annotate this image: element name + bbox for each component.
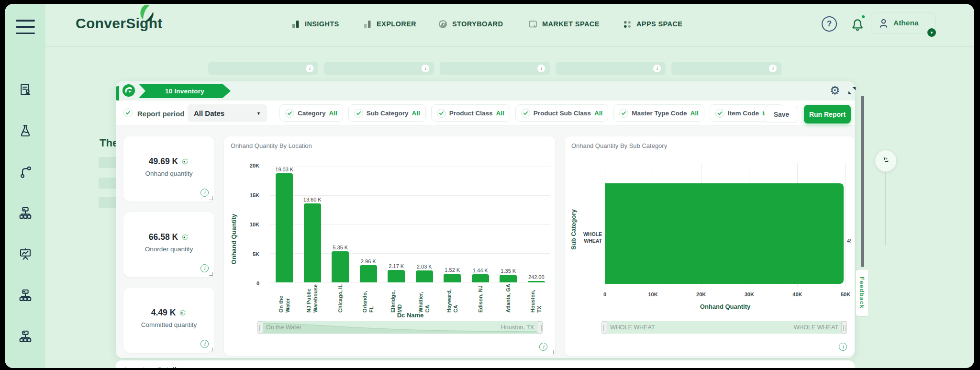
info-icon[interactable]: i (200, 189, 209, 197)
sidebar-item-git-branch[interactable] (17, 164, 33, 180)
info-icon[interactable]: i (839, 343, 847, 351)
resize-corner[interactable] (209, 348, 213, 351)
bar-value-label: 242.00 (528, 274, 545, 280)
info-icon[interactable]: i (422, 65, 429, 72)
slider-start-label: WHOLE WHEAT (610, 321, 655, 334)
location-bar[interactable] (528, 281, 545, 282)
filter-chip[interactable]: Category All (279, 104, 343, 122)
bar-value-label: 13.60 K (303, 197, 322, 202)
user-menu[interactable]: Athena ▼ (871, 12, 935, 34)
filter-chip[interactable]: Product Sub Class All (515, 104, 608, 122)
refresh-icon[interactable] (181, 233, 189, 241)
bar-slot: 2.17 K (382, 167, 411, 282)
slider-handle-right[interactable] (841, 321, 847, 334)
filter-chip-label: Sub Category (367, 110, 409, 117)
slider-handle-right[interactable] (537, 321, 543, 334)
slider-handle-left[interactable] (601, 321, 607, 334)
bar-value-label: 5.35 K (333, 245, 348, 250)
x-label-slot: Chicago, IL (326, 284, 355, 313)
vertical-scrollbar[interactable] (861, 96, 864, 267)
info-icon[interactable]: i (200, 340, 209, 348)
y-axis-ticks: 20K15K10K5K0 (233, 163, 259, 286)
refresh-icon[interactable] (181, 157, 189, 166)
expand-icon[interactable] (848, 87, 856, 95)
run-report-button[interactable]: Run Report (804, 105, 851, 123)
filter-chip[interactable]: Product Class All (431, 104, 510, 122)
nav-storyboard[interactable]: STORYBOARD (438, 13, 503, 34)
info-icon[interactable]: i (769, 65, 777, 72)
gauge-circle-icon (438, 19, 448, 29)
menu-icon[interactable] (16, 20, 35, 34)
nav-explorer[interactable]: EXPLORER (363, 13, 416, 34)
location-bar[interactable] (360, 265, 377, 282)
check-icon[interactable] (123, 108, 133, 117)
report-period-label: Report period (137, 110, 184, 118)
x-label-slot: NJ Public Warehouse (299, 284, 327, 313)
kpi-card: 66.58 K Onorder quantity i (123, 212, 214, 277)
filter-chip[interactable]: Master Type Code All (613, 104, 704, 122)
resize-corner[interactable] (849, 350, 853, 354)
save-button[interactable]: Save (765, 106, 798, 123)
chevron-down-icon[interactable]: ▼ (926, 27, 937, 38)
nav-insights[interactable]: INSIGHTS (291, 13, 339, 34)
location-bar[interactable] (444, 274, 461, 282)
category-range-slider[interactable]: On the Water Houston, TX (257, 321, 543, 334)
bar-series: 19.03 K 13.60 K 5.35 K 2.96 K (270, 167, 550, 282)
bar-chart-icon (291, 19, 301, 29)
subcategory-bar[interactable] (605, 183, 844, 284)
sidebar-item-sitemap-2[interactable] (17, 287, 33, 303)
location-bar[interactable] (304, 203, 321, 282)
nav-market-space[interactable]: MARKET SPACE (528, 13, 600, 34)
bar-value-label: 1.44 K (473, 268, 488, 273)
bar-slot: 1.52 K (438, 167, 467, 282)
nav-label: APPS SPACE (636, 20, 682, 28)
ribbon-accent (116, 86, 119, 101)
slider-handle-left[interactable] (257, 321, 263, 334)
location-bar[interactable] (276, 173, 293, 282)
location-bar[interactable] (416, 270, 433, 282)
resize-corner[interactable] (209, 272, 213, 276)
resize-corner[interactable] (209, 196, 213, 200)
sidebar-item-flask[interactable] (17, 123, 33, 139)
git-branch-icon (18, 165, 33, 179)
x-axis-title: Dc Name (270, 312, 550, 319)
info-icon[interactable]: i (653, 65, 661, 72)
gear-icon[interactable]: ⚙ (830, 83, 840, 98)
resize-corner[interactable] (550, 350, 554, 354)
filter-chip-value: All (412, 110, 420, 117)
x-label-slot: Whittier, CA (411, 284, 439, 313)
location-bar[interactable] (500, 275, 517, 282)
y-axis-label: Sub Category (570, 199, 577, 260)
info-icon[interactable]: i (537, 65, 545, 72)
location-bar[interactable] (388, 270, 405, 282)
x-tick: 0 (603, 292, 606, 297)
inventory-details-card: Inventory Details (116, 360, 855, 368)
assistant-bubble[interactable] (874, 149, 897, 172)
filter-chip-label: Product Class (449, 110, 493, 117)
sidebar-item-presentation[interactable] (17, 246, 33, 262)
filter-chip-value: All (496, 110, 504, 117)
bar-value-label: 1.52 K (445, 267, 460, 273)
filter-divider (274, 105, 274, 121)
location-bar[interactable] (472, 274, 489, 282)
location-bar[interactable] (332, 251, 349, 282)
sidebar-item-sitemap-3[interactable] (17, 328, 33, 345)
info-icon[interactable]: i (200, 264, 209, 272)
refresh-icon[interactable] (178, 309, 187, 317)
sidebar-item-report-person[interactable] (17, 81, 33, 98)
x-axis-title: Onhand Quantity (605, 303, 846, 310)
report-tab[interactable]: 10 Inventory (139, 84, 231, 98)
background-pill: i (440, 62, 550, 75)
info-icon[interactable]: i (306, 65, 313, 72)
report-period-select[interactable]: All Dates ▼ (188, 104, 267, 122)
category-range-slider[interactable]: WHOLE WHEAT WHOLE WHEAT (601, 321, 847, 334)
nav-apps-space[interactable]: APPS SPACE (622, 13, 682, 34)
info-icon[interactable]: i (539, 343, 547, 351)
chart-onhand-by-subcategory: Onhand Quantity By Sub Category Sub Cate… (565, 136, 855, 356)
filter-chip[interactable]: Sub Category All (348, 104, 426, 122)
check-icon (521, 109, 530, 118)
assistant-pull-line[interactable] (885, 172, 886, 245)
help-icon[interactable]: ? (822, 16, 837, 32)
feedback-tab[interactable]: Feedback (855, 269, 868, 317)
sidebar-item-sitemap[interactable] (17, 205, 33, 221)
